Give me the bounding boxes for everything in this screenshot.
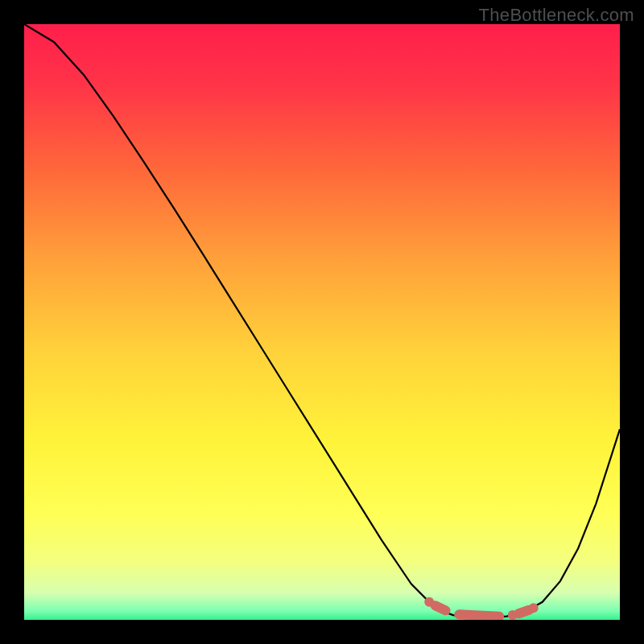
chart-frame: TheBottleneck.com [0,0,644,644]
plot-area [24,24,620,620]
watermark-text: TheBottleneck.com [479,5,634,26]
marker-dash [459,614,499,616]
marker-dash [518,610,529,613]
gradient-background [24,24,620,620]
marker-dash [436,605,446,610]
plot-svg [24,24,620,620]
marker-dot [529,603,539,613]
